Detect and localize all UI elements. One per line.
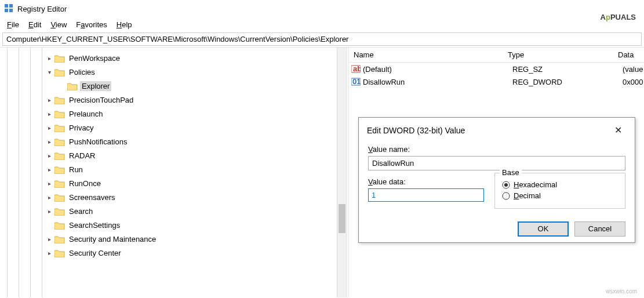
cell-name: DisallowRun	[363, 78, 512, 86]
folder-icon	[54, 96, 65, 104]
tree-node-label: SearchSettings	[67, 220, 122, 230]
folder-icon	[54, 193, 65, 202]
dword-value-icon: 011	[351, 77, 361, 86]
tree-node-privacy[interactable]: ▸Privacy	[0, 121, 347, 135]
menu-edit[interactable]: Edit	[24, 19, 46, 30]
chevron-down-icon[interactable]: ▾	[45, 69, 53, 75]
chevron-right-icon[interactable]: ▸	[45, 97, 53, 103]
col-header-type[interactable]: Type	[503, 48, 613, 61]
tree-node-radar[interactable]: ▸RADAR	[0, 148, 347, 162]
svg-text:011: 011	[352, 77, 361, 86]
dialog-titlebar[interactable]: Edit DWORD (32-bit) Value ✕	[359, 118, 635, 143]
string-value-icon: ab	[351, 64, 361, 74]
folder-icon	[67, 82, 78, 90]
tree-node-prelaunch[interactable]: ▸Prelaunch	[0, 107, 347, 121]
dialog-title: Edit DWORD (32-bit) Value	[367, 126, 465, 135]
chevron-right-icon[interactable]: ▸	[45, 194, 53, 201]
tree-node-label: Security Center	[67, 248, 123, 258]
tree-node-label: RunOnce	[67, 179, 103, 188]
tree-node-label: Explorer	[80, 81, 111, 91]
cell-data: 0x000	[623, 78, 643, 86]
tree-node-label: PrecisionTouchPad	[67, 95, 135, 105]
list-row[interactable]: 011DisallowRunREG_DWORD0x000	[349, 75, 644, 88]
folder-icon	[54, 137, 65, 146]
cell-type: REG_SZ	[512, 65, 623, 74]
tree-node-runonce[interactable]: ▸RunOnce	[0, 176, 347, 190]
tree-node-label: Privacy	[67, 123, 96, 133]
tree-node-label: PushNotifications	[67, 137, 129, 147]
col-header-name[interactable]: Name	[349, 48, 503, 61]
chevron-right-icon[interactable]: ▸	[45, 180, 53, 187]
tree-node-policies[interactable]: ▾Policies	[0, 65, 347, 79]
watermark: wsxwin.com	[606, 288, 637, 295]
svg-rect-1	[9, 4, 13, 8]
tree-node-label: Search	[67, 206, 94, 216]
radio-hexadecimal[interactable]: Hexadecimal	[502, 180, 618, 189]
folder-icon	[54, 221, 65, 230]
list-header: Name Type Data	[349, 48, 644, 63]
address-text: Computer\HKEY_CURRENT_USER\SOFTWARE\Micr…	[6, 35, 348, 43]
chevron-right-icon[interactable]: ▸	[45, 236, 53, 242]
menu-file[interactable]: File	[2, 19, 24, 30]
chevron-right-icon[interactable]: ▸	[45, 250, 53, 256]
close-icon[interactable]: ✕	[610, 123, 627, 137]
tree-node-security-and-maintenance[interactable]: ▸Security and Maintenance	[0, 232, 347, 246]
address-bar[interactable]: Computer\HKEY_CURRENT_USER\SOFTWARE\Micr…	[2, 32, 642, 46]
tree-pane[interactable]: ▸PenWorkspace▾PoliciesExplorer▸Precision…	[0, 48, 347, 297]
tree-node-precisiontouchpad[interactable]: ▸PrecisionTouchPad	[0, 93, 347, 107]
chevron-right-icon[interactable]: ▸	[45, 139, 53, 145]
tree-scrollbar[interactable]	[337, 48, 347, 297]
chevron-right-icon[interactable]: ▸	[45, 152, 53, 159]
folder-icon	[54, 179, 65, 188]
chevron-right-icon[interactable]: ▸	[45, 111, 53, 117]
tree-node-search[interactable]: ▸Search	[0, 204, 347, 218]
tree-node-label: Security and Maintenance	[67, 234, 158, 244]
radio-decimal[interactable]: Decimal	[502, 191, 618, 200]
menubar: File Edit View Favorites Help	[0, 17, 644, 31]
tree-node-run[interactable]: ▸Run	[0, 162, 347, 176]
value-name-input[interactable]: DisallowRun	[368, 156, 625, 170]
ok-button[interactable]: OK	[518, 221, 569, 237]
tree-node-label: Prelaunch	[67, 109, 105, 119]
cell-data: (value	[623, 65, 643, 74]
svg-point-9	[504, 183, 508, 187]
tree-node-searchsettings[interactable]: SearchSettings	[0, 218, 347, 232]
scroll-thumb[interactable]	[339, 204, 345, 233]
value-data-input[interactable]	[368, 188, 484, 202]
svg-rect-3	[9, 9, 13, 12]
chevron-right-icon[interactable]: ▸	[45, 208, 53, 215]
menu-help[interactable]: Help	[112, 19, 137, 30]
folder-icon	[54, 151, 65, 160]
svg-text:ab: ab	[353, 64, 361, 73]
menu-favorites[interactable]: Favorites	[71, 19, 111, 30]
window-title: Registry Editor	[17, 5, 67, 13]
base-label: Base	[500, 168, 522, 177]
tree-node-pushnotifications[interactable]: ▸PushNotifications	[0, 135, 347, 148]
tree-node-label: PenWorkspace	[67, 53, 122, 63]
folder-icon	[54, 165, 65, 174]
list-row[interactable]: ab(Default)REG_SZ(value	[349, 63, 644, 75]
value-name-label: Value name:	[368, 145, 625, 154]
tree-node-penworkspace[interactable]: ▸PenWorkspace	[0, 51, 347, 65]
chevron-right-icon[interactable]: ▸	[45, 55, 53, 61]
tree-node-label: RADAR	[67, 151, 97, 161]
appuals-logo: ApPUALS	[601, 2, 636, 24]
folder-icon	[54, 123, 65, 132]
tree-node-screensavers[interactable]: ▸Screensavers	[0, 190, 347, 204]
tree-node-security-center[interactable]: ▸Security Center	[0, 246, 347, 260]
folder-icon	[54, 207, 65, 216]
chevron-right-icon[interactable]: ▸	[45, 125, 53, 131]
tree-node-explorer[interactable]: Explorer	[0, 79, 347, 93]
tree-node-label: Screensavers	[67, 192, 117, 202]
chevron-right-icon[interactable]: ▸	[45, 166, 53, 173]
folder-icon	[54, 235, 65, 244]
base-group: Base Hexadecimal Decimal	[494, 173, 625, 209]
titlebar: Registry Editor	[0, 0, 644, 17]
col-header-data[interactable]: Data	[613, 48, 638, 61]
folder-icon	[54, 110, 65, 118]
cell-type: REG_DWORD	[512, 78, 623, 86]
svg-rect-0	[5, 4, 8, 8]
cell-name: (Default)	[363, 65, 512, 74]
cancel-button[interactable]: Cancel	[574, 221, 625, 237]
menu-view[interactable]: View	[46, 19, 71, 30]
